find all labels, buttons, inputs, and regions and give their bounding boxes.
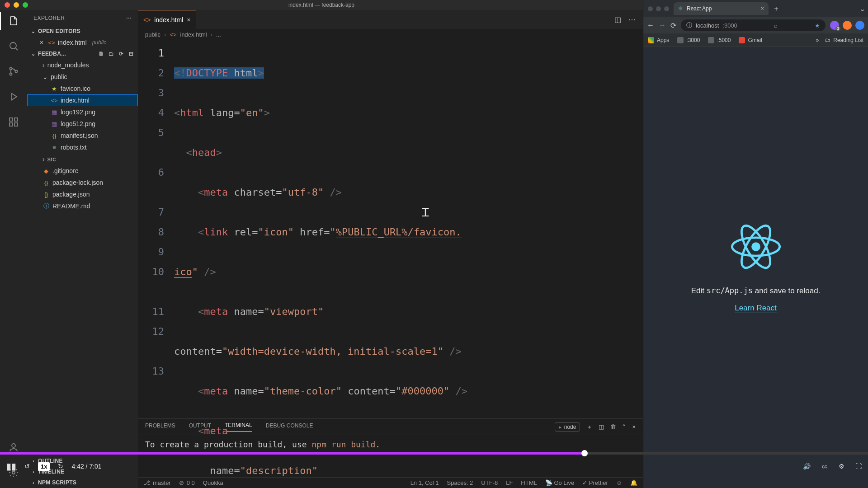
crumb-more[interactable]: ... [216,31,221,38]
mac-close-icon[interactable] [5,2,10,8]
svg-rect-6 [9,123,13,126]
forward-icon[interactable]: ↻ [58,463,63,470]
rewind-icon[interactable]: ↺ [24,463,30,470]
svg-rect-4 [9,118,13,121]
video-time: 4:42 / 7:01 [71,463,101,470]
new-tab-icon[interactable]: ＋ [771,4,781,14]
svg-rect-5 [14,118,18,121]
tab-index-html[interactable]: <> index.html × [138,10,196,29]
chevron-down-icon: ⌄ [30,51,37,57]
project-section[interactable]: ⌄ FEEDBA... 🗎 🗀 ⟳ ⊟ [27,48,138,59]
code-content[interactable]: <!DOCTYPE html> <html lang="en"> <head> … [174,40,643,418]
chrome-tabs-menu-icon[interactable]: ⌄ [859,5,865,13]
file-robots[interactable]: ≡robots.txt [27,141,138,153]
reading-list[interactable]: 🗂Reading List [825,37,863,43]
reload-icon[interactable]: ⟳ [670,21,676,30]
file-readme[interactable]: ⓘREADME.md [27,200,138,212]
fullscreen-icon[interactable]: ⛶ [855,463,862,470]
code-editor[interactable]: 12345678910111213 <!DOCTYPE html> <html … [138,40,643,418]
collapse-icon[interactable]: ⊟ [127,51,135,57]
run-debug-icon[interactable] [7,90,20,103]
split-editor-icon[interactable]: ◫ [614,15,621,24]
gmail-icon [739,37,745,43]
extensions-icon[interactable] [7,116,20,128]
text-file-icon: ≡ [51,144,58,151]
file-label: package-lock.json [52,179,103,186]
open-editor-item[interactable]: × <> index.html public [27,37,138,48]
captions-icon[interactable]: ㏄ [821,462,828,470]
mac-zoom-icon[interactable] [664,6,669,11]
explorer-more-icon[interactable]: ⋯ [126,15,132,21]
html-file-icon: <> [51,97,58,104]
file-logo192[interactable]: ▦logo192.png [27,106,138,118]
close-icon[interactable]: × [38,39,45,46]
folder-public[interactable]: ⌄public [27,71,138,83]
video-player-controls: ▮▮ ↺ 1x ↻ 4:42 / 7:01 🔊 ㏄ ⚙ ⛶ [0,452,868,478]
close-icon[interactable]: × [187,16,190,23]
extension-icon[interactable] [843,21,852,30]
status-branch[interactable]: ⎇master [143,479,171,486]
npm-scripts-section[interactable]: ›NPM SCRIPTS [27,477,138,488]
activity-bar [0,10,27,488]
address-bar[interactable]: ⓘ localhost:3000 ⌕ ★ [681,19,826,31]
file-index-html[interactable]: <>index.html [27,94,138,106]
tab-problems[interactable]: PROBLEMS [145,422,175,432]
bookmark-3000[interactable]: :3000 [677,37,700,43]
chevron-right-icon: › [42,61,45,69]
file-label: package.json [52,191,90,198]
search-icon[interactable]: ⌕ [774,22,778,29]
react-logo-icon [731,222,781,272]
chrome-tab[interactable]: ⚛ React App × [674,2,769,15]
bookmark-apps[interactable]: Apps [648,37,669,43]
svg-point-3 [15,70,18,73]
mac-minimize-icon[interactable] [14,2,19,8]
settings-gear-icon[interactable]: ⚙ [839,463,844,470]
back-icon[interactable]: ← [647,21,654,29]
learn-react-link[interactable]: Learn React [735,304,777,313]
chevron-down-icon: ⌄ [42,73,48,80]
open-editors-section[interactable]: ⌄ OPEN EDITORS [27,26,138,37]
file-gitignore[interactable]: ◆.gitignore [27,165,138,177]
vscode-window: index.html — feedback-app EXPLORER ⋯ [0,0,643,488]
file-package[interactable]: {}package.json [27,188,138,200]
playback-speed[interactable]: 1x [38,462,50,471]
video-progress[interactable] [0,452,868,455]
info-file-icon: ⓘ [42,202,50,210]
file-favicon[interactable]: ★favicon.ico [27,83,138,94]
mac-close-icon[interactable] [648,6,653,11]
crumb-folder[interactable]: public [145,31,160,38]
forward-icon[interactable]: → [659,21,666,29]
mac-zoom-icon[interactable] [23,2,28,8]
new-folder-icon[interactable]: 🗀 [107,51,115,57]
text-cursor-icon: Ꮖ [422,202,429,222]
close-icon[interactable]: × [761,5,764,12]
search-icon[interactable] [7,40,20,52]
svg-point-0 [10,42,16,49]
pause-icon[interactable]: ▮▮ [6,461,16,472]
file-logo512[interactable]: ▦logo512.png [27,118,138,130]
globe-icon [677,37,684,43]
new-file-icon[interactable]: 🗎 [97,51,105,57]
file-label: robots.txt [61,144,87,151]
source-control-icon[interactable] [7,65,20,78]
line-gutter: 12345678910111213 [138,40,174,418]
folder-node-modules[interactable]: ›node_modules [27,59,138,71]
bookmark-star-icon[interactable]: ★ [815,22,820,29]
bookmark-overflow-icon[interactable]: » [816,37,819,43]
site-info-icon[interactable]: ⓘ [686,21,692,29]
bookmark-gmail[interactable]: Gmail [739,37,762,43]
file-manifest[interactable]: {}manifest.json [27,130,138,141]
mac-minimize-icon[interactable] [656,6,661,11]
folder-src[interactable]: ›src [27,153,138,165]
bookmark-5000[interactable]: :5000 [708,37,731,43]
git-file-icon: ◆ [42,167,50,174]
crumb-file[interactable]: index.html [180,31,207,38]
explorer-icon[interactable] [7,14,20,27]
volume-icon[interactable]: 🔊 [803,463,811,470]
extension-icon[interactable]: 3 [830,21,839,30]
file-package-lock[interactable]: {}package-lock.json [27,177,138,188]
profile-avatar-icon[interactable] [855,21,864,30]
refresh-icon[interactable]: ⟳ [117,51,125,57]
breadcrumb[interactable]: public› <>index.html› ... [138,29,643,40]
more-actions-icon[interactable]: ⋯ [628,15,636,24]
